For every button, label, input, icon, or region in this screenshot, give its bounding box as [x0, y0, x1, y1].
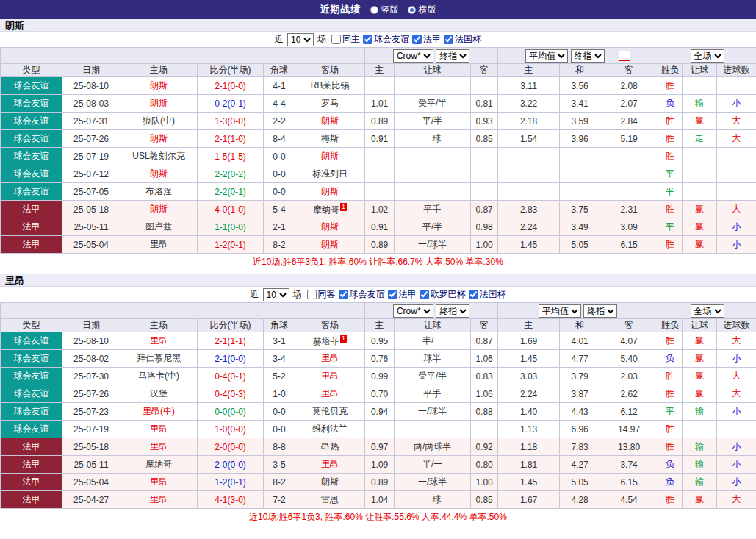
avg-away-odds: 6.12 — [600, 403, 658, 421]
col-odds-home: 主 — [365, 319, 395, 332]
match-type-cell: 法甲 — [1, 474, 62, 491]
home-team: 里昂 — [120, 474, 198, 491]
avg-away-odds: 3.09 — [600, 218, 658, 236]
team-name-text: 朗斯 — [150, 204, 168, 214]
filter-checkbox-欧罗巴杯[interactable]: 欧罗巴杯 — [420, 288, 466, 301]
avg-select-group: 平均值 终指 — [498, 48, 658, 64]
recent-count-select[interactable]: 10 — [287, 33, 314, 46]
avg-home-odds: 1.45 — [498, 236, 560, 254]
filter-checkbox-法甲[interactable]: 法甲 — [388, 288, 417, 301]
filter-checkbox-球会友谊[interactable]: 球会友谊 — [363, 33, 409, 46]
scope-select[interactable]: 全场 — [691, 304, 724, 318]
result-cell: 胜 — [658, 236, 683, 254]
col-date: 日期 — [62, 319, 120, 332]
checkbox-input[interactable] — [307, 290, 317, 299]
scope-select[interactable]: 全场 — [691, 49, 724, 63]
handicap-line — [395, 77, 471, 95]
corners-cell: 0-0 — [264, 421, 295, 438]
avg-time-select[interactable]: 终指 — [583, 304, 617, 318]
goals-result-cell: 大 — [717, 332, 756, 350]
away-odds: 0.98 — [471, 218, 498, 236]
match-row: 球会友谊25-07-26朗斯2-1(1-0)8-4梅斯0.91一球0.851.5… — [1, 130, 756, 148]
col-date: 日期 — [62, 64, 120, 77]
score-cell: 0-2(0-1) — [198, 95, 264, 113]
checkbox-input[interactable] — [412, 35, 422, 44]
result-cell: 胜 — [658, 438, 683, 456]
goals-result-cell: 大 — [717, 201, 756, 218]
away-odds: 0.93 — [471, 113, 498, 130]
handicap-line — [395, 165, 471, 183]
filter-checkbox-球会友谊[interactable]: 球会友谊 — [339, 288, 385, 301]
match-row: 球会友谊25-08-10朗斯2-1(0-0)4-1RB莱比锡3.113.562.… — [1, 77, 756, 95]
checkbox-input[interactable] — [469, 290, 478, 299]
score-cell: 0-0(0-0) — [198, 403, 264, 421]
away-odds: 0.81 — [471, 95, 498, 113]
match-row: 球会友谊25-08-10里昂2-1(1-1)3-1赫塔菲10.95半/一0.87… — [1, 332, 756, 350]
odds-company-select[interactable]: Crow* — [393, 304, 433, 318]
match-date: 25-07-30 — [62, 368, 120, 385]
team-name-text: 摩纳哥 — [313, 204, 339, 215]
away-team: 里昂 — [295, 350, 365, 368]
avg-away-odds — [600, 183, 658, 201]
page-title: 近期战绩 — [320, 3, 361, 16]
corners-cell: 0-0 — [264, 148, 295, 165]
avg-time-select[interactable]: 终指 — [571, 49, 605, 63]
layout-radio-horizontal[interactable]: 横版 — [408, 4, 436, 16]
filter-checkbox-法甲[interactable]: 法甲 — [412, 33, 441, 46]
checkbox-input[interactable] — [363, 35, 372, 44]
match-type-cell: 球会友谊 — [1, 165, 62, 183]
checkbox-input[interactable] — [420, 290, 429, 299]
score-cell: 1-3(0-0) — [198, 113, 264, 130]
home-odds: 0.91 — [365, 218, 395, 236]
handicap-result-cell — [683, 77, 717, 95]
score-cell: 2-0(0-0) — [198, 438, 264, 456]
avg-home-odds: 2.24 — [498, 385, 560, 403]
avg-home-odds: 2.83 — [498, 201, 560, 218]
team-name: 朗斯 — [0, 19, 756, 32]
filter-checkbox-同主[interactable]: 同主 — [331, 33, 360, 46]
team-name-text: 里昂 — [150, 494, 168, 504]
checkbox-label: 法国杯 — [480, 288, 506, 301]
col-odds-away: 客 — [471, 319, 498, 332]
avg-away-odds: 2.08 — [600, 77, 658, 95]
avg-draw-odds: 5.05 — [560, 236, 600, 254]
avg-select[interactable]: 平均值 — [539, 304, 581, 318]
handicap-result-cell — [683, 183, 717, 201]
match-date: 25-08-03 — [62, 95, 120, 113]
checkbox-input[interactable] — [339, 290, 348, 299]
home-team: 马洛卡(中) — [120, 368, 198, 385]
filter-checkbox-法国杯[interactable]: 法国杯 — [469, 288, 506, 301]
goals-result-cell: 大 — [717, 113, 756, 130]
avg-select[interactable]: 平均值 — [525, 49, 568, 63]
score-cell: 0-4(0-1) — [198, 368, 264, 385]
odds-time-select[interactable]: 终指 — [436, 49, 469, 63]
checkbox-label: 同客 — [318, 288, 336, 301]
filter-checkbox-同客[interactable]: 同客 — [307, 288, 336, 301]
checkbox-input[interactable] — [331, 35, 341, 44]
checkbox-input[interactable] — [444, 35, 453, 44]
checkbox-input[interactable] — [388, 290, 397, 299]
match-type-cell: 法甲 — [1, 456, 62, 474]
summary-text: 近10场,胜6平3负1, 胜率:60% 让胜率:66.7% 大率:50% 单率:… — [0, 254, 756, 270]
home-team: 朗斯 — [120, 201, 198, 218]
match-row: 球会友谊25-08-03朗斯0-2(0-1)4-4罗马1.01受平/半0.813… — [1, 95, 756, 113]
home-team: 狼队(中) — [120, 113, 198, 130]
goals-result-cell: 小 — [717, 438, 756, 456]
odds-time-select[interactable]: 终指 — [436, 304, 469, 318]
match-type-cell: 球会友谊 — [1, 368, 62, 385]
col-result: 胜负 — [658, 64, 683, 77]
checkbox-label: 法甲 — [423, 33, 441, 46]
recent-count-select[interactable]: 10 — [263, 288, 289, 301]
avg-home-odds: 1.40 — [498, 403, 560, 421]
filter-checkbox-法国杯[interactable]: 法国杯 — [444, 33, 481, 46]
avg-away-odds: 2.03 — [600, 368, 658, 385]
odds-company-select[interactable]: Crow* — [393, 49, 433, 63]
col-type: 类型 — [1, 64, 62, 77]
header-spacer — [1, 303, 365, 319]
score-cell: 0-4(0-3) — [198, 385, 264, 403]
odds-select-group: Crow* 终指 — [365, 303, 498, 319]
layout-radio-vertical[interactable]: 竖版 — [370, 4, 399, 16]
home-odds: 0.91 — [365, 130, 395, 148]
away-team: 朗斯 — [295, 474, 365, 491]
home-team: 朗斯 — [120, 95, 198, 113]
